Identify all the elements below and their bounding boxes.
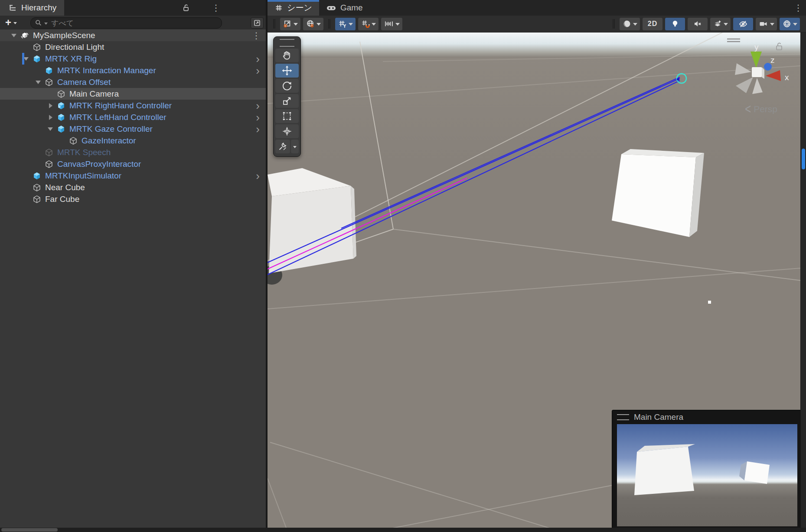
prefab-open-chevron-icon[interactable]: › [256,55,260,63]
scale-tool[interactable] [275,94,299,108]
negative-axis-cone [735,63,751,75]
scene-menu-kebab-icon[interactable]: ⋮ [794,0,803,16]
hierarchy-row-mrtk-gaze-controller[interactable]: MRTK Gaze Controller› [0,123,266,135]
scene-tabbar: シーン Game ⋮ [268,0,806,16]
object-label: MRTK LeftHand Controller [69,113,166,122]
object-label: MySampleScene [33,31,95,40]
tab-scene[interactable]: シーン [268,0,319,16]
increment-snap-button[interactable] [381,18,402,30]
hierarchy-row-far-cube[interactable]: Far Cube [0,193,266,205]
move-tool[interactable] [275,64,299,78]
toolbar-separator [328,19,330,29]
plus-icon: + [5,16,11,29]
chevron-down-icon [395,23,400,28]
hierarchy-row-canvasproxyinteractor[interactable]: CanvasProxyInteractor [0,158,266,170]
tab-game[interactable]: Game [319,0,370,16]
camera-preview-render [617,424,797,526]
hierarchy-row-main-camera[interactable]: Main Camera [0,88,266,100]
hierarchy-row-mysamplescene[interactable]: MySampleScene⋮ [0,29,266,41]
chevron-down-icon [724,23,728,28]
scene-panel: シーン Game ⋮ Y2D [268,0,806,532]
hierarchy-row-mrtk-speech[interactable]: MRTK Speech [0,146,266,158]
scrollbar-thumb[interactable] [802,149,805,169]
draw-mode-button[interactable] [620,18,640,30]
audio-toggle-button[interactable] [688,18,708,30]
search-input[interactable]: すべて [30,17,222,29]
prefab-open-chevron-icon[interactable]: › [256,172,260,180]
hierarchy-row-mrtk-xr-rig[interactable]: MRTK XR Rig› [0,53,266,65]
unlock-icon[interactable] [181,0,191,16]
axis-z-label: z [770,55,775,65]
gizmo-sphere-icon [782,19,792,29]
scene-viewport[interactable]: y z x < Persp [268,32,806,532]
hierarchy-row-mrtkinputsimulator[interactable]: MRTKInputSimulator› [0,170,266,182]
cube-icon [43,159,55,169]
pivot-globe-button[interactable] [303,18,323,30]
scene-right-scrollbar[interactable] [800,32,806,532]
grid-tab-icon [274,3,283,12]
object-label: MRTK Interaction Manager [57,66,156,75]
hierarchy-row-mrtk-righthand-controller[interactable]: MRTK RightHand Controller› [0,100,266,111]
palette-grip-icon[interactable] [280,39,294,47]
hierarchy-hscrollbar-thumb[interactable] [1,528,58,532]
hierarchy-row-directional-light[interactable]: Directional Light [0,41,266,53]
effects-button[interactable] [710,18,731,30]
gizmos-button[interactable] [780,18,800,30]
visibility-toggle-button[interactable] [733,18,753,30]
tab-hierarchy[interactable]: Hierarchy [0,0,64,16]
transform-tool[interactable] [275,124,299,138]
lighting-toggle-button[interactable] [665,18,685,30]
custom-tools[interactable] [275,139,290,153]
chevron-down-icon [317,23,321,28]
prefab-open-chevron-icon[interactable]: › [256,125,260,133]
custom-tools-dropdown[interactable] [291,139,299,153]
active-object-indicator [22,53,24,65]
hierarchy-row-camera-offset[interactable]: Camera Offset [0,76,266,88]
tool-handle-icon [283,19,292,29]
camera-icon [758,19,769,29]
x-axis-cone [766,70,781,81]
row-menu-kebab-icon[interactable]: ⋮ [252,30,261,41]
z-axis-sphere [764,63,772,71]
hierarchy-row-mrtk-lefthand-controller[interactable]: MRTK LeftHand Controller› [0,111,266,123]
grid-visibility-button[interactable]: Y [335,18,356,30]
prefab-cube-icon [31,54,42,64]
axis-y-label: y [754,42,759,52]
rotate-icon [281,80,293,91]
snap-settings-button[interactable] [358,18,379,30]
popout-search-button[interactable] [251,17,264,29]
foldout-closed-triangle[interactable] [45,103,55,108]
rotate-tool[interactable] [275,79,299,93]
prefab-open-chevron-icon[interactable]: › [256,66,260,75]
hierarchy-row-gazeinteractor[interactable]: GazeInteractor [0,135,266,146]
foldout-open-triangle[interactable] [33,78,43,87]
projection-mode-label[interactable]: < Persp [745,103,777,115]
chevron-down-icon [372,23,376,28]
prefab-open-chevron-icon[interactable]: › [256,113,260,122]
chevron-down-icon [294,23,298,28]
prefab-cube-icon [55,124,67,134]
gizmo-center-cube [752,67,762,77]
object-label: Far Cube [45,195,79,204]
view-tool[interactable] [275,49,299,62]
rect-tool[interactable] [275,109,299,123]
foldout-closed-triangle[interactable] [45,115,55,120]
2d-label: 2D [648,20,657,28]
hand-icon [281,50,293,61]
hierarchy-menu-kebab-icon[interactable]: ⋮ [212,0,220,16]
foldout-open-triangle[interactable] [45,124,55,133]
overlay-grip-icon [617,414,629,420]
camera-preview-header[interactable]: Main Camera [617,410,797,424]
svg-text:Y: Y [343,24,346,29]
tool-settings-button[interactable] [280,18,300,30]
hierarchy-row-mrtk-interaction-manager[interactable]: MRTK Interaction Manager› [0,65,266,76]
hierarchy-row-near-cube[interactable]: Near Cube [0,182,266,193]
scale-icon [281,95,293,107]
foldout-open-triangle[interactable] [9,31,19,40]
2d-toggle-button[interactable]: 2D [643,18,662,30]
add-object-button[interactable]: + [3,17,19,28]
camera-preview-overlay: Main Camera [612,410,802,530]
prefab-open-chevron-icon[interactable]: › [256,101,260,110]
cube-dim-icon [43,148,55,157]
camera-settings-button[interactable] [756,18,777,30]
